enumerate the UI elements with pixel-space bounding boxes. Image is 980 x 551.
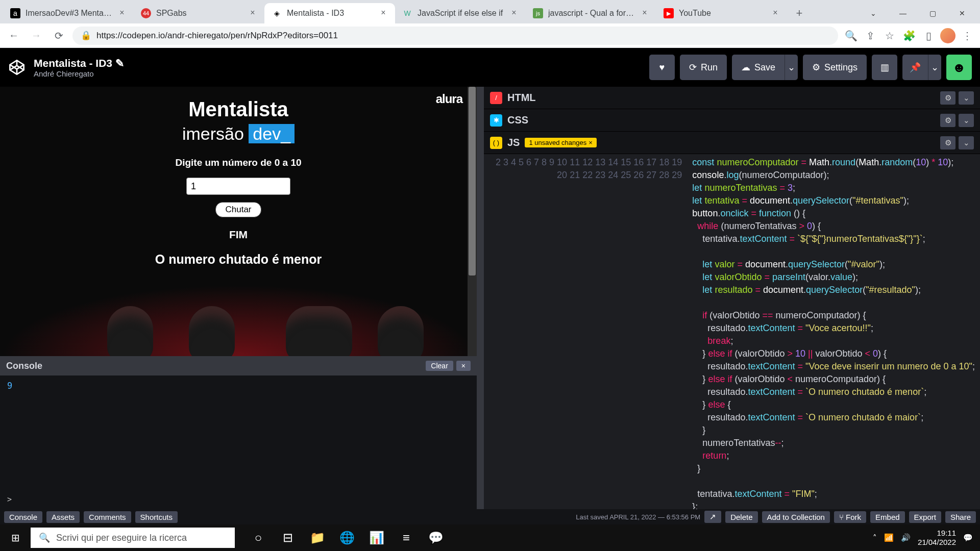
pen-title[interactable]: Mentalista - ID3✎ — [34, 57, 125, 69]
footer-console-button[interactable]: Console — [4, 511, 42, 523]
open-new-button[interactable]: ↗ — [704, 511, 721, 523]
browser-tab[interactable]: js javascript - Qual a forma co × — [526, 3, 656, 23]
minimize-button[interactable]: — — [888, 3, 918, 23]
editor-settings-button[interactable]: ⚙ — [940, 114, 955, 127]
favicon-codepen: ◈ — [272, 8, 282, 18]
fork-button[interactable]: ⑂ Fork — [834, 511, 866, 523]
codepen-logo-icon[interactable] — [8, 59, 26, 76]
add-collection-button[interactable]: Add to Collection — [762, 511, 830, 523]
export-button[interactable]: Export — [909, 511, 941, 523]
html-editor-header[interactable]: / HTML ⚙ ⌄ — [484, 87, 980, 109]
chrome-actions: 🔍 ⇪ ☆ 🧩 ▯ ⋮ — [843, 28, 975, 43]
js-editor-header[interactable]: ( ) JS 1 unsaved changes× ⚙ ⌄ — [484, 132, 980, 154]
share-button[interactable]: Share — [945, 511, 976, 523]
codepen-actions: ♥ ⟳Run ☁Save ⌄ ⚙Settings ▥ 📌 ⌄ ☻ — [649, 55, 972, 80]
embed-button[interactable]: Embed — [870, 511, 905, 523]
taskbar-clock[interactable]: 19:11 21/04/2022 — [918, 529, 956, 547]
close-icon[interactable]: × — [509, 9, 519, 18]
valor-input[interactable] — [186, 178, 290, 195]
run-button[interactable]: ⟳Run — [680, 55, 727, 80]
save-dropdown[interactable]: ⌄ — [785, 55, 798, 80]
heart-button[interactable]: ♥ — [649, 55, 675, 80]
js-code-editor[interactable]: 2 3 4 5 6 7 8 9 10 11 12 13 14 15 16 17 … — [484, 154, 980, 509]
close-icon[interactable]: × — [379, 9, 388, 18]
browser-tab[interactable]: a ImersaoDev#3 Mentalista | × — [3, 3, 134, 23]
edit-icon[interactable]: ✎ — [115, 57, 125, 69]
close-window-button[interactable]: ✕ — [947, 3, 977, 23]
menu-icon[interactable]: ⋮ — [960, 28, 975, 43]
unsaved-badge[interactable]: 1 unsaved changes× — [525, 138, 596, 147]
browser-tab-active[interactable]: ◈ Mentalista - ID3 × — [264, 3, 395, 23]
codepen-main: alura Mentalista imersão dev_ Digite um … — [0, 87, 980, 509]
code-content[interactable]: const numeroComputador = Math.round(Math… — [687, 154, 980, 509]
css-editor-header[interactable]: ✱ CSS ⚙ ⌄ — [484, 109, 980, 132]
editor-settings-button[interactable]: ⚙ — [940, 91, 955, 105]
close-icon[interactable]: × — [248, 9, 257, 18]
url-text: https://codepen.io/andr-chieregato/pen/r… — [96, 31, 338, 41]
close-icon[interactable]: × — [640, 9, 649, 18]
sidepanel-icon[interactable]: ▯ — [921, 28, 936, 43]
maximize-button[interactable]: ▢ — [918, 3, 947, 23]
footer-comments-button[interactable]: Comments — [84, 511, 131, 523]
share-icon[interactable]: ⇪ — [863, 28, 878, 43]
prompt-text: Digite um número de 0 a 10 — [0, 157, 477, 168]
editor-collapse-button[interactable]: ⌄ — [959, 114, 974, 127]
url-input[interactable]: 🔒 https://codepen.io/andr-chieregato/pen… — [72, 27, 838, 45]
console-input[interactable]: > — [0, 495, 477, 509]
taskview-icon[interactable]: ⊟ — [274, 524, 302, 551]
browser-tab[interactable]: 44 SPGabs × — [134, 3, 264, 23]
browser-tab[interactable]: W JavaScript if else else if × — [395, 3, 526, 23]
tab-title: YouTube — [679, 9, 766, 18]
chevron-up-icon[interactable]: ˄ — [873, 533, 877, 542]
chrome-icon[interactable]: 🌐 — [333, 524, 361, 551]
tab-title: javascript - Qual a forma co — [548, 9, 635, 18]
chutar-button[interactable]: Chutar — [215, 202, 261, 217]
console-clear-button[interactable]: Clear — [426, 361, 453, 371]
wifi-icon[interactable]: 📶 — [884, 533, 894, 542]
pen-author[interactable]: André Chieregato — [34, 69, 125, 78]
preview-scrollbar[interactable] — [468, 87, 477, 356]
notifications-icon[interactable]: 💬 — [963, 533, 973, 542]
new-tab-button[interactable]: + — [790, 4, 808, 22]
start-button[interactable]: ⊞ — [0, 524, 31, 551]
footer-assets-button[interactable]: Assets — [46, 511, 80, 523]
delete-button[interactable]: Delete — [725, 511, 757, 523]
user-avatar[interactable]: ☻ — [946, 55, 972, 80]
whatsapp-icon[interactable]: 💬 — [422, 524, 450, 551]
layout-button[interactable]: ▥ — [872, 55, 897, 80]
save-button[interactable]: ☁Save — [732, 55, 785, 80]
close-icon[interactable]: × — [117, 9, 127, 18]
zoom-icon[interactable]: 🔍 — [843, 28, 859, 43]
search-placeholder: Scrivi qui per eseguire la ricerca — [56, 533, 187, 543]
console-close-button[interactable]: × — [456, 361, 471, 371]
cortana-icon[interactable]: ○ — [244, 524, 273, 551]
footer-shortcuts-button[interactable]: Shortcuts — [135, 511, 178, 523]
browser-tab[interactable]: ▶ YouTube × — [656, 3, 787, 23]
css-icon: ✱ — [490, 114, 502, 127]
lock-icon: 🔒 — [81, 30, 91, 41]
pin-button[interactable]: 📌 — [902, 55, 928, 80]
close-icon[interactable]: × — [589, 139, 593, 146]
alura-logo: alura — [436, 92, 462, 106]
close-icon[interactable]: × — [771, 9, 780, 18]
star-icon[interactable]: ☆ — [882, 28, 897, 43]
editor-collapse-button[interactable]: ⌄ — [959, 136, 974, 149]
excel-icon[interactable]: 📊 — [362, 524, 391, 551]
line-gutter: 2 3 4 5 6 7 8 9 10 11 12 13 14 15 16 17 … — [484, 154, 687, 509]
profile-avatar[interactable] — [940, 28, 955, 43]
console-panel: Console Clear × 9 > — [0, 356, 477, 509]
reload-button[interactable]: ⟳ — [50, 27, 67, 44]
settings-button[interactable]: ⚙Settings — [803, 55, 867, 80]
taskbar-search[interactable]: 🔍 Scrivi qui per eseguire la ricerca — [31, 528, 235, 548]
pin-dropdown[interactable]: ⌄ — [928, 55, 941, 80]
editor-collapse-button[interactable]: ⌄ — [959, 91, 974, 105]
vscode-icon[interactable]: ≡ — [392, 524, 421, 551]
explorer-icon[interactable]: 📁 — [303, 524, 332, 551]
extensions-icon[interactable]: 🧩 — [901, 28, 917, 43]
back-button[interactable]: ← — [5, 27, 22, 44]
forward-button[interactable]: → — [28, 27, 45, 44]
pen-title-wrap: Mentalista - ID3✎ André Chieregato — [34, 57, 125, 78]
volume-icon[interactable]: 🔊 — [901, 533, 911, 542]
editor-settings-button[interactable]: ⚙ — [940, 136, 955, 149]
chevron-down-icon[interactable]: ⌄ — [859, 3, 888, 23]
